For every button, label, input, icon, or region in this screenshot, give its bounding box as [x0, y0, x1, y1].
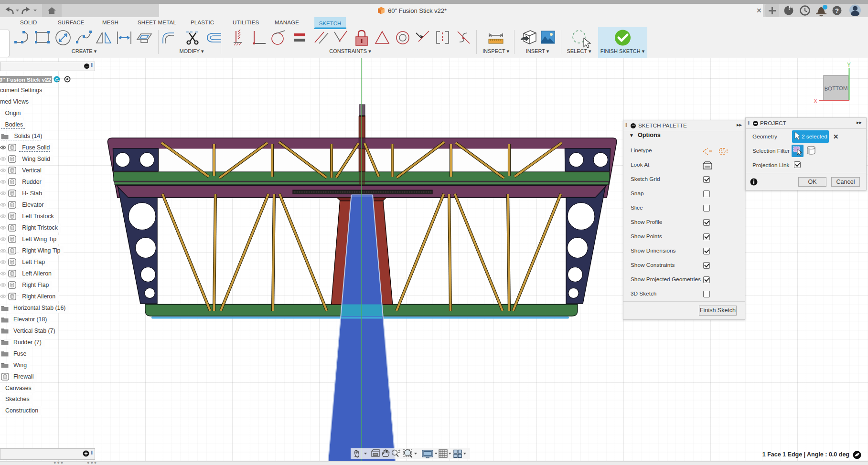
svg-text:Y: Y	[847, 62, 851, 68]
svg-text:?: ?	[835, 7, 839, 14]
svg-text:X: X	[814, 98, 817, 105]
svg-text:BOTTOM: BOTTOM	[824, 85, 847, 92]
